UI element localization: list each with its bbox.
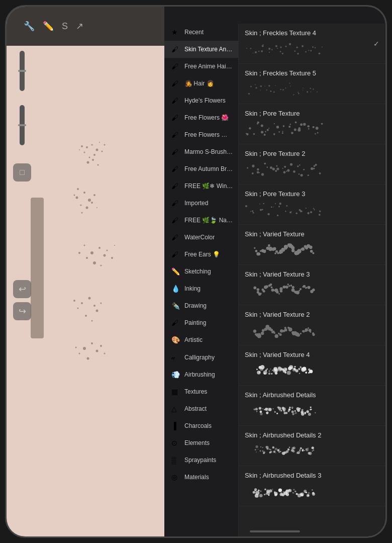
svg-point-178 [245,205,247,207]
sidebar-item-8[interactable]: 🖌 Free Autumn Brushes... [164,160,238,177]
sidebar-item-3[interactable]: 🖌 🧑‍🎤 Hair 👩 [164,75,238,92]
brush-item-9[interactable]: Skin ; Airbrushed Details [239,386,385,426]
brush-name-2: Skin ; Pore Texture [245,110,379,117]
sidebar-icon-21: ▦ [171,388,180,396]
svg-point-62 [269,52,270,53]
sidebar-item-19[interactable]: 𝒶 Calligraphy [164,348,238,366]
svg-point-292 [257,333,261,337]
svg-point-73 [296,47,298,48]
sidebar-item-4[interactable]: 🖌 Hyde's Flowers [164,92,238,109]
transform-icon[interactable]: ↗ [76,21,83,32]
sidebar-item-24[interactable]: ⊙ Elements [164,434,238,451]
brush-item-10[interactable]: Skin ; Airbrushed Details 2 [239,426,385,466]
sidebar-item-10[interactable]: 🖌 Imported [164,195,238,212]
sidebar-item-25[interactable]: ▒ Spraypaints [164,451,238,469]
svg-point-36 [81,302,83,304]
sidebar-item-16[interactable]: ✒️ Drawing [164,297,238,314]
sidebar-item-17[interactable]: 🖌 Painting [164,314,238,331]
svg-point-66 [280,51,281,52]
size-slider[interactable] [20,51,25,91]
brush-item-6[interactable]: Skin ; Varied Texture 3 [239,265,385,305]
wrench-icon[interactable]: 🔧 [24,21,35,32]
cursor-icon[interactable]: ✏️ [43,21,54,32]
sidebar-item-21[interactable]: ▦ Textures [164,383,238,400]
svg-point-433 [256,451,257,452]
svg-point-59 [263,44,264,45]
svg-point-305 [279,333,282,336]
svg-point-224 [277,252,279,254]
brush-item-4[interactable]: Skin ; Pore Texture 3 [239,185,385,225]
svg-point-41 [85,315,87,317]
selection-icon[interactable]: S [62,21,68,32]
svg-point-151 [257,168,259,170]
svg-point-53 [246,48,247,49]
svg-point-168 [299,173,300,175]
svg-point-37 [88,297,91,300]
sidebar-item-23[interactable]: ▐ Charcoals [164,417,238,434]
sidebar-item-9[interactable]: 🖌 FREE 🌿❄ Winter N... [164,177,238,195]
svg-point-130 [288,126,290,128]
svg-point-117 [261,131,263,133]
svg-point-129 [283,125,285,127]
svg-point-346 [275,369,278,372]
svg-point-463 [289,446,290,447]
sidebar-item-13[interactable]: 🖌 Free Ears 💡 [164,246,238,263]
svg-point-323 [308,327,309,329]
sidebar-item-14[interactable]: ✏️ Sketching [164,263,238,280]
svg-point-435 [255,445,258,448]
svg-point-181 [253,212,254,214]
sidebar-item-7[interactable]: 🖌 Marmo S-Brush Pack [164,143,238,160]
brush-info-1: Skin ; Freckles Texture 5 [245,69,379,98]
sidebar-item-5[interactable]: 🖌 Free Flowers 🌺 [164,109,238,126]
sidebar-label-19: Calligraphy [184,354,215,361]
undo-button[interactable]: ↩ [13,280,31,298]
brush-item-7[interactable]: Skin ; Varied Texture 2 [239,305,385,345]
svg-point-160 [282,168,283,169]
brush-item-0[interactable]: Skin ; Freckles Texture 4 ✓ [239,24,385,64]
sidebar-item-18[interactable]: 🎨 Artistic [164,331,238,348]
svg-point-366 [299,373,300,374]
sidebar-label-3: 🧑‍🎤 Hair 👩 [184,80,214,87]
sidebar-item-11[interactable]: 🖌 FREE 🌿🍃 Nature [164,212,238,229]
svg-point-145 [321,123,323,125]
svg-point-90 [264,86,265,87]
svg-point-103 [298,93,300,95]
svg-point-91 [268,85,270,86]
svg-point-325 [310,331,311,333]
svg-point-14 [76,197,78,199]
svg-point-520 [288,489,291,492]
sidebar-icon-7: 🖌 [171,148,180,156]
svg-point-419 [299,408,301,410]
brush-item-2[interactable]: Skin ; Pore Texture [239,104,385,144]
svg-point-288 [253,330,256,333]
svg-point-510 [278,488,282,492]
sidebar-item-6[interactable]: 🖌 Free Flowers 🌸 V.2 [164,126,238,143]
svg-point-96 [282,89,284,90]
redo-button[interactable]: ↪ [13,302,31,320]
sidebar-item-1[interactable]: 🖌 Skin Texture And Por... [164,41,238,58]
sidebar-item-0[interactable]: ★ Recent [164,24,238,41]
svg-point-425 [305,412,306,413]
sidebar-item-2[interactable]: 🖌 Free Anime Hair 🎀 [164,58,238,75]
brush-item-11[interactable]: Skin ; Airbrushed Details 3 [239,466,385,506]
sidebar-item-15[interactable]: 💧 Inking [164,280,238,297]
svg-point-513 [283,492,284,493]
topbar-left: 🔧 ✏️ S ↗ [16,21,83,32]
svg-point-21 [93,194,95,196]
sidebar-item-12[interactable]: 🖌 WaterColor [164,229,238,246]
sidebar-item-22[interactable]: △ Abstract [164,400,238,417]
svg-point-112 [246,133,248,135]
svg-point-166 [293,170,296,173]
svg-point-373 [305,372,307,374]
opacity-slider[interactable] [20,105,25,145]
sidebar-item-26[interactable]: ◎ Materials [164,469,238,486]
brush-item-3[interactable]: Skin ; Pore Texture 2 [239,144,385,185]
svg-point-150 [259,172,260,173]
sidebar-label-13: Free Ears 💡 [184,251,220,258]
brush-item-1[interactable]: Skin ; Freckles Texture 5 [239,64,385,104]
square-tool[interactable]: □ [13,163,31,182]
brush-item-5[interactable]: Skin ; Varied Texture [239,225,385,265]
brush-item-8[interactable]: Skin ; Varied Texture 4 [239,345,385,386]
sidebar-item-20[interactable]: 💨 Airbrushing [164,366,238,383]
svg-point-149 [257,171,259,174]
